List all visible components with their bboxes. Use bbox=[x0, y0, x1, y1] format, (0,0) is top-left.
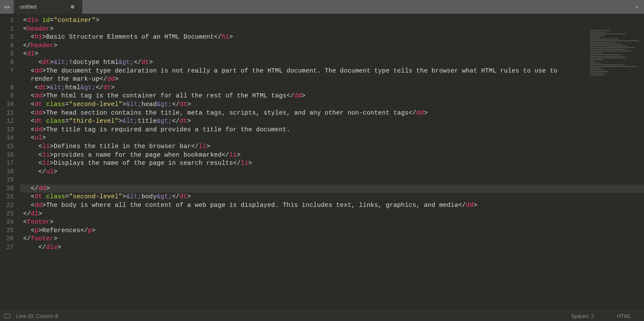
indent-setting[interactable]: Spaces: 2 bbox=[571, 313, 594, 319]
line-number-gutter: 1234567 89101112131415161718192021222324… bbox=[0, 14, 20, 311]
editor-area[interactable]: 1234567 89101112131415161718192021222324… bbox=[0, 14, 644, 311]
cursor-position[interactable]: Line 20, Column 8 bbox=[16, 313, 58, 319]
chevron-down-icon: ▾ bbox=[635, 3, 639, 11]
syntax-mode[interactable]: HTML bbox=[617, 313, 631, 319]
nav-prev-icon[interactable]: ◀ bbox=[3, 4, 6, 10]
nav-next-icon[interactable]: ▶ bbox=[7, 4, 10, 10]
code-text-area[interactable]: <div id="container"><header> <h1>Basic S… bbox=[20, 14, 644, 311]
tab-overflow[interactable]: ▾ bbox=[630, 0, 644, 14]
tab-nav-arrows: ◀ ▶ bbox=[0, 0, 14, 14]
title-bar: ◀ ▶ untitled ▾ bbox=[0, 0, 644, 14]
panel-switcher-icon[interactable] bbox=[4, 314, 10, 318]
dirty-indicator-icon bbox=[71, 5, 74, 9]
tab-title: untitled bbox=[20, 4, 36, 10]
status-bar: Line 20, Column 8 Spaces: 2 HTML bbox=[0, 311, 644, 321]
file-tab[interactable]: untitled bbox=[14, 0, 82, 14]
